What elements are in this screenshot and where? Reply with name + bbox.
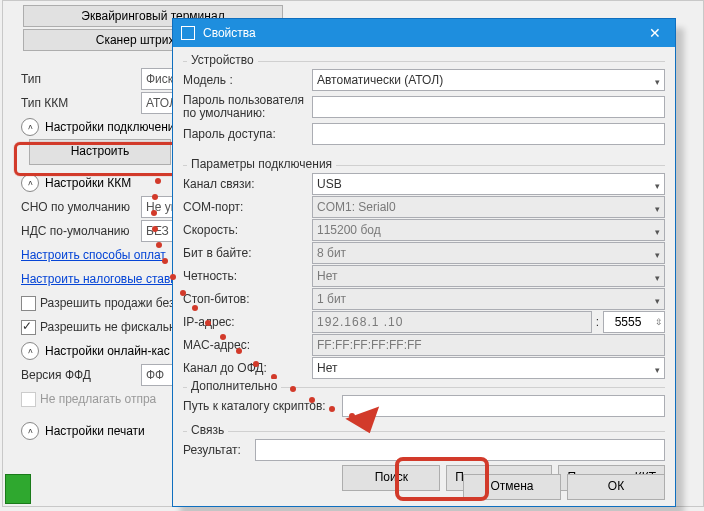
label-ofd: Канал до ОФД: <box>183 361 312 375</box>
expander-kkm-icon[interactable]: ʌ <box>21 174 39 192</box>
checkbox-dont-offer <box>21 392 36 407</box>
label-speed: Скорость: <box>183 223 312 237</box>
field-accesspwd[interactable] <box>312 123 665 145</box>
field-mac: FF:FF:FF:FF:FF:FF <box>312 334 665 356</box>
expander-print-icon[interactable]: ʌ <box>21 422 39 440</box>
label-userpwd: Пароль пользователя по умолчанию: <box>183 94 312 120</box>
field-userpwd[interactable] <box>312 96 665 118</box>
label-model: Модель : <box>183 73 312 87</box>
link-tax-rates[interactable]: Настроить налоговые ставки <box>21 272 182 286</box>
section-online-label: Настройки онлайн-кас <box>45 344 170 358</box>
label-ffd: Версия ФФД <box>21 368 141 382</box>
label-comport: COM-порт: <box>183 200 312 214</box>
group-extra-label: Дополнительно <box>187 379 281 393</box>
label-dont-offer: Не предлагать отпра <box>40 392 156 406</box>
label-allow-nonfiscal: Разрешить не фискальн <box>40 320 176 334</box>
field-port[interactable]: 5555 <box>603 311 665 333</box>
field-channel[interactable]: USB <box>312 173 665 195</box>
section-print-label: Настройки печати <box>45 424 145 438</box>
group-connection-label: Параметры подключения <box>187 157 336 171</box>
ok-button[interactable]: ОК <box>567 474 665 500</box>
section-kkm-label: Настройки ККМ <box>45 176 131 190</box>
field-ofd[interactable]: Нет <box>312 357 665 379</box>
label-result: Результат: <box>183 443 255 457</box>
field-stopbits: 1 бит <box>312 288 665 310</box>
field-ip: 192.168.1 .10 <box>312 311 592 333</box>
label-scriptpath: Путь к каталогу скриптов: <box>183 399 342 413</box>
cancel-button[interactable]: Отмена <box>463 474 561 500</box>
expander-online-icon[interactable]: ʌ <box>21 342 39 360</box>
configure-button[interactable]: Настроить <box>29 139 171 165</box>
group-link-label: Связь <box>187 423 228 437</box>
dialog-title: Свойства <box>203 26 256 40</box>
group-device-label: Устройство <box>187 53 258 67</box>
dialog-titlebar: Свойства ✕ <box>173 19 675 47</box>
field-parity: Нет <box>312 265 665 287</box>
label-channel: Канал связи: <box>183 177 312 191</box>
titlebar-app-icon <box>181 26 195 40</box>
label-allow-sales: Разрешить продажи без <box>40 296 174 310</box>
checkbox-allow-nonfiscal[interactable] <box>21 320 36 335</box>
field-result <box>255 439 665 461</box>
label-parity: Четность: <box>183 269 312 283</box>
close-icon[interactable]: ✕ <box>635 19 675 47</box>
label-tipkkm: Тип ККМ <box>21 96 141 110</box>
expander-connection-icon[interactable]: ʌ <box>21 118 39 136</box>
green-indicator <box>5 474 31 504</box>
field-comport: COM1: Serial0 <box>312 196 665 218</box>
label-stopbits: Стоп-битов: <box>183 292 312 306</box>
label-sno: СНО по умолчанию <box>21 200 141 214</box>
link-payment-methods[interactable]: Настроить способы оплат <box>21 248 166 262</box>
port-separator: : <box>596 315 599 329</box>
label-mac: MAC-адрес: <box>183 338 312 352</box>
properties-dialog: Свойства ✕ Устройство Модель : Автоматич… <box>172 18 676 507</box>
label-bits: Бит в байте: <box>183 246 312 260</box>
field-scriptpath[interactable] <box>342 395 665 417</box>
label-tip: Тип <box>21 72 141 86</box>
label-accesspwd: Пароль доступа: <box>183 127 312 141</box>
label-ip: IP-адрес: <box>183 315 312 329</box>
field-model[interactable]: Автоматически (АТОЛ) <box>312 69 665 91</box>
field-speed: 115200 бод <box>312 219 665 241</box>
section-connection-label: Настройки подключения <box>45 120 181 134</box>
search-button[interactable]: Поиск <box>342 465 440 491</box>
field-bits: 8 бит <box>312 242 665 264</box>
label-nds: НДС по-умолчанию <box>21 224 141 238</box>
checkbox-allow-sales[interactable] <box>21 296 36 311</box>
